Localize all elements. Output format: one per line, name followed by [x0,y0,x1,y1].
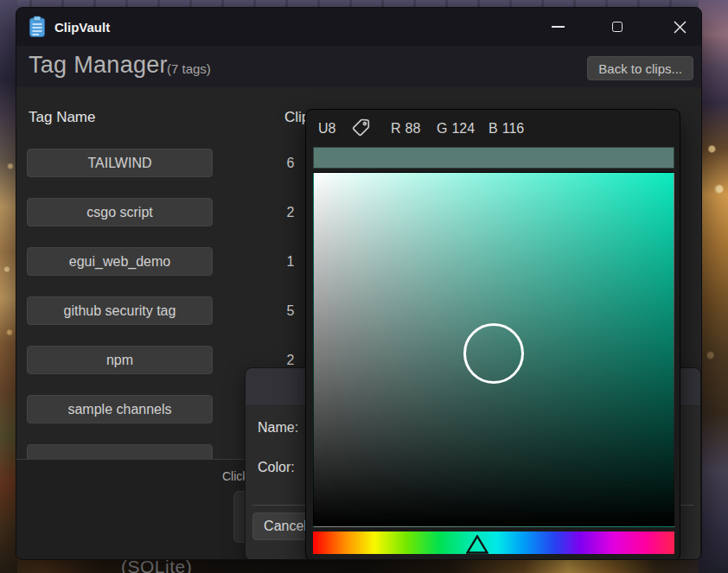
page-header: Tag Manager (7 tags) Back to clips... [16,46,701,87]
tag-count-badge: (7 tags) [167,61,211,76]
titlebar[interactable]: ClipVault [16,8,701,46]
green-value: 124 [451,121,475,136]
minimize-button[interactable] [538,8,578,46]
tag-button[interactable]: TAILWIND [27,149,213,177]
green-channel: G124 [437,121,475,137]
column-header-tag-name: Tag Name [29,109,95,126]
color-label: Color: [258,460,295,475]
current-color-swatch [313,147,674,169]
tag-button[interactable]: sample channels [27,395,213,423]
blue-value: 116 [502,121,525,136]
tag-clip-count: 5 [276,296,305,325]
blue-channel: B116 [489,121,524,137]
color-picker-popup: U8 R88 G124 B116 [305,109,680,560]
app-title: ClipVault [54,20,110,35]
green-label: G [437,121,447,136]
tag-button[interactable]: csgo script [27,198,213,226]
tag-button[interactable]: egui_web_demo [27,247,213,276]
clipboard-app-icon [29,16,46,38]
color-format-label: U8 [318,121,335,137]
name-label: Name: [258,420,298,436]
minimize-icon [552,26,565,28]
close-button[interactable] [660,8,699,46]
tag-icon [351,118,371,141]
wallpaper-right-strip [699,0,728,573]
red-channel: R88 [391,121,420,137]
close-icon [673,20,687,35]
color-selection-circle[interactable] [463,323,524,384]
red-label: R [391,121,401,136]
tag-button[interactable]: github security tag [27,296,213,325]
red-value: 88 [406,121,421,136]
hue-marker-triangle[interactable] [466,535,489,557]
tag-clip-count: 1 [276,247,305,276]
maximize-icon [612,22,623,32]
blue-label: B [489,121,498,136]
desktop: (SQLite) ClipVault [0,0,728,573]
tag-clip-count: 2 [276,198,305,226]
tag-button[interactable]: npm [27,346,213,374]
page-title: Tag Manager [29,52,168,79]
maximize-button[interactable] [597,8,637,46]
tag-clip-count: 6 [276,149,305,177]
wallpaper-left-strip [0,0,17,573]
hue-slider[interactable] [313,532,674,554]
clipvault-window: ClipVault Tag Manager (7 tags) Back to c… [16,7,702,560]
back-to-clips-button[interactable]: Back to clips... [587,56,693,80]
